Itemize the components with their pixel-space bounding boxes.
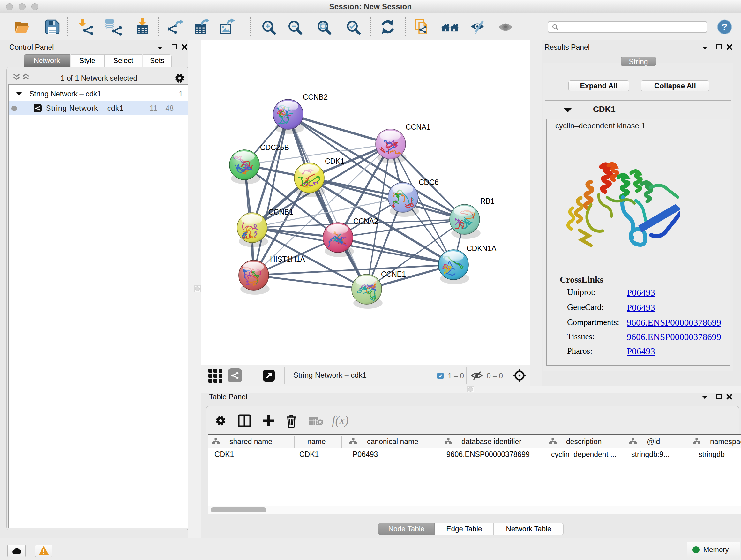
- svg-text:CCNE1: CCNE1: [381, 270, 406, 278]
- svg-text:HIST1H1A: HIST1H1A: [270, 255, 306, 263]
- svg-text:RB1: RB1: [480, 197, 495, 205]
- svg-text:CDC6: CDC6: [419, 178, 439, 186]
- svg-text:CCNA2: CCNA2: [353, 217, 378, 226]
- svg-text:CDC25B: CDC25B: [260, 143, 289, 152]
- svg-text:CDK1: CDK1: [325, 157, 344, 165]
- svg-text:CDKN1A: CDKN1A: [467, 244, 496, 253]
- svg-text:CCNB2: CCNB2: [303, 93, 328, 101]
- svg-text:?: ?: [722, 21, 727, 32]
- svg-text:CCNA1: CCNA1: [406, 123, 430, 131]
- svg-text:CCNB1: CCNB1: [268, 208, 293, 216]
